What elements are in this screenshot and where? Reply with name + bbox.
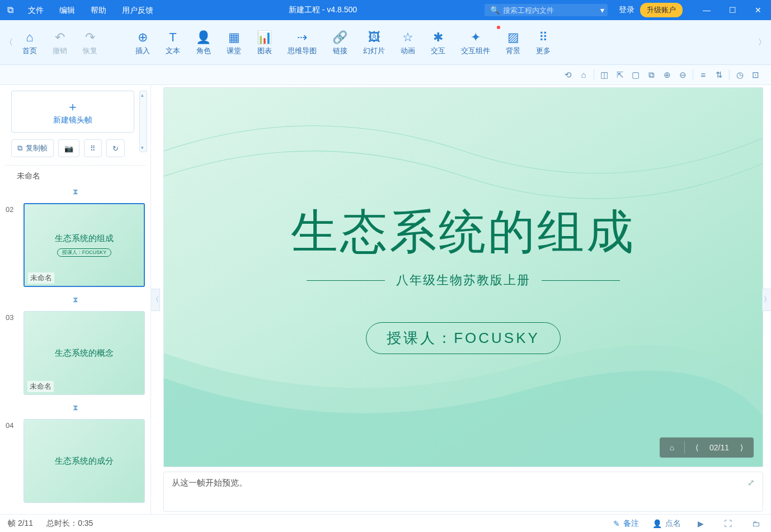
slide-title[interactable]: 生态系统的组成 bbox=[291, 200, 636, 264]
tool2-btn-4[interactable]: ▢ bbox=[628, 68, 643, 82]
menu-feedback[interactable]: 用户反馈 bbox=[114, 0, 161, 20]
tool2-btn-3[interactable]: ⇱ bbox=[612, 68, 628, 82]
transition-indicator-03[interactable]: ⧗ bbox=[6, 401, 145, 419]
status-bar: 帧 2/11 总时长：0:35 ✎备注 👤点名 ▶ ⛶ 🗀 bbox=[0, 514, 771, 532]
tool2-btn-9[interactable]: ⇅ bbox=[711, 68, 727, 82]
tool2-btn-6[interactable]: ⊕ bbox=[659, 68, 675, 82]
ribbon-链接[interactable]: 🔗链接 bbox=[325, 26, 355, 59]
project-search[interactable]: 🔍 ▾ bbox=[485, 4, 608, 16]
nav-next-icon[interactable]: ⟩ bbox=[734, 443, 749, 452]
slide-panel: ＋ 新建镜头帧 ⧉复制帧 📷 ⠿ ↻ 未命名 ⧗ 02生态系统的组成授课人：FO… bbox=[0, 85, 151, 514]
tool2-btn-7[interactable]: ⊖ bbox=[675, 68, 690, 82]
fit-icon[interactable]: ⛶ bbox=[721, 519, 735, 528]
close-button[interactable]: ✕ bbox=[745, 6, 771, 15]
tool2-btn-10[interactable]: ◷ bbox=[732, 68, 748, 82]
login-link[interactable]: 登录 bbox=[619, 5, 634, 15]
ribbon-toolbar: 〈 ⌂首页↶撤销↷恢复⊕插入T文本👤角色▦课堂📊图表⇢思维导图🔗链接🖼幻灯片☆动… bbox=[0, 20, 771, 65]
camera-button[interactable]: 📷 bbox=[58, 139, 79, 157]
ribbon-label: 背景 bbox=[506, 46, 520, 56]
slide-01-name: 未命名 bbox=[6, 168, 145, 185]
ribbon-角色[interactable]: 👤角色 bbox=[188, 26, 219, 59]
minimize-button[interactable]: — bbox=[694, 6, 720, 15]
tool2-btn-0[interactable]: ⟲ bbox=[560, 68, 576, 82]
maximize-button[interactable]: ☐ bbox=[720, 6, 745, 15]
thumb-03[interactable]: 生态系统的概念未命名 bbox=[23, 311, 145, 395]
nav-home-icon[interactable]: ⌂ bbox=[664, 443, 680, 452]
rollcall-label: 点名 bbox=[665, 519, 681, 529]
ribbon-icon: ↷ bbox=[85, 29, 95, 46]
search-icon: 🔍 bbox=[490, 6, 500, 15]
ribbon-icon: ⠿ bbox=[539, 29, 548, 46]
tool2-btn-11[interactable]: ⊡ bbox=[748, 68, 763, 82]
nav-prev-icon[interactable]: ⟨ bbox=[689, 443, 705, 452]
transition-indicator-01[interactable]: ⧗ bbox=[6, 185, 145, 203]
ribbon-icon: ↶ bbox=[55, 29, 65, 46]
tool2-btn-5[interactable]: ⧉ bbox=[643, 68, 659, 82]
menu-file[interactable]: 文件 bbox=[20, 0, 51, 20]
ribbon-图表[interactable]: 📊图表 bbox=[249, 26, 280, 59]
ribbon-scroll-right[interactable]: 〉 bbox=[756, 37, 768, 48]
ribbon-交互[interactable]: ✱交互 bbox=[423, 26, 453, 59]
ribbon-更多[interactable]: ⠿更多 bbox=[528, 26, 558, 59]
window-buttons: — ☐ ✕ bbox=[694, 6, 771, 15]
ribbon-背景[interactable]: ▨背景 bbox=[498, 26, 528, 59]
thumb-02[interactable]: 生态系统的组成授课人：FOCUSKY未命名 bbox=[23, 203, 145, 287]
ribbon-icon: ✦ bbox=[471, 29, 481, 46]
rollcall-button[interactable]: 👤点名 bbox=[652, 519, 681, 529]
menu-bar: 文件 编辑 帮助 用户反馈 bbox=[20, 0, 161, 20]
ribbon-幻灯片[interactable]: 🖼幻灯片 bbox=[355, 26, 393, 59]
folder-icon[interactable]: 🗀 bbox=[749, 519, 763, 528]
copy-frame-button[interactable]: ⧉复制帧 bbox=[11, 139, 54, 157]
tool2-btn-2[interactable]: ◫ bbox=[596, 68, 612, 82]
divider-left bbox=[307, 280, 385, 281]
slide-canvas[interactable]: 生态系统的组成 八年级生物苏教版上册 授课人：FOCUSKY ⌂ ⟨ 02/11… bbox=[163, 87, 763, 467]
search-input[interactable] bbox=[503, 6, 597, 15]
collapse-right-handle[interactable]: 〉 bbox=[762, 289, 771, 311]
notes-text[interactable]: 从这一帧开始预览。 bbox=[172, 478, 247, 488]
sidebar-scroll[interactable] bbox=[139, 91, 147, 152]
slide-subtitle-row: 八年级生物苏教版上册 bbox=[307, 272, 620, 289]
transition-indicator-02[interactable]: ⧗ bbox=[6, 293, 145, 311]
notes-panel[interactable]: 从这一帧开始预览。 ⤢ bbox=[163, 472, 763, 512]
divider-right bbox=[542, 280, 620, 281]
ribbon-label: 更多 bbox=[536, 46, 551, 56]
remark-button[interactable]: ✎备注 bbox=[613, 519, 639, 529]
menu-edit[interactable]: 编辑 bbox=[51, 0, 83, 20]
chevron-down-icon[interactable]: ▾ bbox=[600, 6, 604, 15]
ribbon-label: 思维导图 bbox=[288, 46, 317, 56]
ribbon-icon: ▨ bbox=[507, 29, 519, 46]
remark-icon: ✎ bbox=[613, 519, 620, 528]
remark-label: 备注 bbox=[623, 519, 639, 529]
loop-button[interactable]: ↻ bbox=[106, 139, 125, 157]
ribbon-首页[interactable]: ⌂首页 bbox=[15, 26, 45, 59]
qr-button[interactable]: ⠿ bbox=[84, 139, 102, 157]
ribbon-icon: 🔗 bbox=[332, 29, 347, 46]
ribbon-icon: 👤 bbox=[196, 29, 211, 46]
tool2-btn-1[interactable]: ⌂ bbox=[576, 68, 591, 82]
thumb-number: 04 bbox=[6, 419, 19, 503]
new-frame-button[interactable]: ＋ 新建镜头帧 bbox=[11, 91, 134, 133]
ribbon-文本[interactable]: T文本 bbox=[158, 26, 188, 59]
tool2-btn-8[interactable]: ≡ bbox=[695, 68, 711, 82]
teacher-pill[interactable]: 授课人：FOCUSKY bbox=[366, 322, 561, 354]
upgrade-button[interactable]: 升级账户 bbox=[640, 3, 683, 17]
ribbon-交互组件[interactable]: ✦交互组件 bbox=[453, 26, 498, 59]
collapse-left-handle[interactable]: 〈 bbox=[151, 289, 160, 311]
slide-subtitle[interactable]: 八年级生物苏教版上册 bbox=[396, 272, 530, 289]
ribbon-icon: 📊 bbox=[257, 29, 272, 46]
ribbon-课堂[interactable]: ▦课堂 bbox=[219, 26, 249, 59]
thumb-04[interactable]: 生态系统的成分 bbox=[23, 419, 145, 503]
ribbon-思维导图[interactable]: ⇢思维导图 bbox=[280, 26, 325, 59]
ribbon-scroll-left[interactable]: 〈 bbox=[3, 37, 15, 48]
expand-notes-icon[interactable]: ⤢ bbox=[748, 478, 755, 488]
thumb-number: 03 bbox=[6, 311, 19, 395]
thumb-title: 生态系统的概念 bbox=[55, 348, 114, 359]
thumb-name: 未命名 bbox=[27, 381, 54, 392]
ribbon-插入[interactable]: ⊕插入 bbox=[128, 26, 158, 59]
present-icon[interactable]: ▶ bbox=[694, 519, 707, 528]
secondary-toolbar: ⟲⌂◫⇱▢⧉⊕⊖≡⇅◷⊡ bbox=[0, 65, 771, 85]
ribbon-动画[interactable]: ☆动画 bbox=[393, 26, 423, 59]
ribbon-label: 撤销 bbox=[53, 46, 67, 56]
ribbon-icon: ⇢ bbox=[297, 29, 307, 46]
menu-help[interactable]: 帮助 bbox=[83, 0, 114, 20]
